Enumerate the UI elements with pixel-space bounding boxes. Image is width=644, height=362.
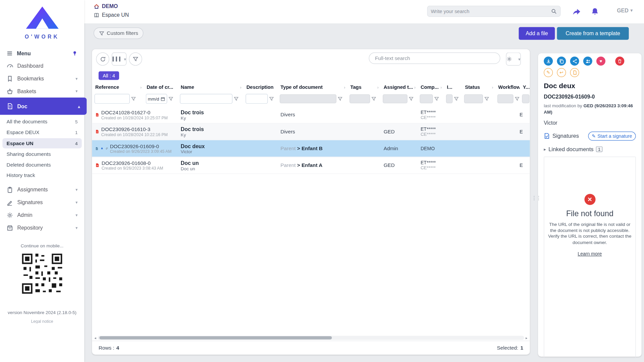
sidebar-item-history-track[interactable]: History track [0, 170, 84, 181]
calendar-icon [160, 97, 165, 101]
filter-date-input[interactable]: mm/d [146, 94, 167, 104]
column-header-date[interactable]: Date of cr... [143, 83, 177, 92]
sidebar-item-admin[interactable]: Admin ▾ [0, 209, 84, 222]
table-row-2[interactable]: DOC230926-01610-3 Created on 10/28/2024 … [92, 123, 530, 140]
funnel-icon[interactable] [131, 96, 136, 101]
table-settings-button[interactable]: ▾ [506, 53, 521, 66]
funnel-icon[interactable] [234, 96, 239, 101]
learn-more-link[interactable]: Learn more [578, 251, 602, 256]
refresh-button[interactable] [96, 53, 109, 66]
column-header-description[interactable]: Description [243, 83, 277, 92]
scroll-right-arrow[interactable]: ▸ [525, 336, 528, 340]
gear-icon [7, 212, 13, 219]
table-row-4[interactable]: DOC230926-01608-0 Created on 9/26/2023 3… [92, 157, 530, 174]
return-button[interactable]: ↩ [557, 68, 566, 77]
filter-i-select[interactable] [446, 94, 453, 103]
linked-documents-label: Linked documents [548, 146, 593, 152]
funnel-icon [99, 31, 104, 36]
table-filter-button[interactable] [129, 53, 142, 66]
sidebar-item-assignments[interactable]: Assignments ▾ [0, 183, 84, 196]
custom-filters-button[interactable]: Custom filters [94, 27, 144, 39]
filter-y-select[interactable] [522, 94, 529, 103]
column-header-i[interactable]: I... [443, 83, 462, 92]
add-file-button[interactable]: Add a file [519, 27, 555, 40]
funnel-icon[interactable] [338, 96, 343, 101]
filter-tag-all[interactable]: All : 4 [99, 71, 119, 80]
search-icon[interactable] [551, 8, 557, 14]
favorite-button[interactable]: ♥ [596, 57, 605, 66]
count-badge: 5 [75, 119, 78, 124]
column-header-reference[interactable]: Reference› [92, 83, 143, 92]
filter-status-select[interactable] [464, 94, 483, 103]
signatures-label: Signatures [552, 133, 579, 139]
delete-button[interactable] [615, 57, 624, 66]
filter-workflow-select[interactable] [497, 94, 514, 103]
download-button[interactable] [544, 57, 553, 66]
detail-title: Doc deux [544, 82, 636, 90]
legal-notice-link[interactable]: Legal notice [0, 319, 84, 323]
filter-description-input[interactable] [246, 94, 268, 104]
pin-icon[interactable] [72, 50, 77, 56]
sidebar-item-deleted-documents[interactable]: Deleted documents [0, 160, 84, 170]
funnel-icon[interactable] [484, 96, 489, 101]
copy-button[interactable] [557, 57, 566, 66]
funnel-icon[interactable] [269, 96, 274, 101]
table-row-3-selected[interactable]: DOC230926-01609-0 Created on 9/26/2023 3… [92, 140, 530, 157]
user-menu[interactable]: GED ▾ [617, 7, 633, 13]
column-header-name[interactable]: Name› [177, 83, 243, 92]
column-header-status[interactable]: Status› [462, 83, 495, 92]
sidebar-menu-toggle[interactable]: Menu [0, 47, 84, 60]
sidebar-item-sharing-documents[interactable]: Sharing documents [0, 149, 84, 160]
column-header-y[interactable]: Y... [520, 83, 530, 92]
linked-documents-toggle[interactable]: ▸ Linked documents 1 [544, 146, 636, 152]
sidebar-item-espace-deux[interactable]: Espace DEUX 1 [0, 127, 84, 138]
column-header-tags[interactable]: Tags› [347, 83, 380, 92]
sidebar-item-all-documents[interactable]: All the documents 5 [0, 116, 84, 127]
sidebar-item-dashboard[interactable]: Dashboard [0, 59, 84, 72]
sidebar-item-bookmarks[interactable]: Bookmarks ▾ [0, 72, 84, 85]
funnel-icon[interactable] [434, 96, 439, 101]
breadcrumb-app[interactable]: DEMO [94, 3, 129, 9]
breadcrumb-space[interactable]: Espace UN [94, 12, 129, 18]
columns-button[interactable]: ▾ [112, 53, 126, 66]
share-button[interactable] [570, 57, 579, 66]
funnel-icon[interactable] [409, 96, 414, 101]
funnel-icon[interactable] [168, 96, 173, 101]
sidebar-item-espace-un[interactable]: Espace UN 4 [2, 138, 82, 148]
share-button[interactable] [571, 6, 582, 17]
edit-button[interactable]: ✎ [544, 68, 553, 77]
scrollbar-thumb[interactable] [99, 336, 332, 340]
create-from-template-button[interactable]: Create from a template [557, 27, 629, 40]
last-modification: last modification by GED (9/26/2023 3:09… [544, 103, 636, 116]
column-header-assigned[interactable]: Assigned t...› [380, 83, 417, 92]
filter-type-select[interactable] [280, 94, 336, 103]
scrollbar-track[interactable] [98, 336, 524, 340]
filter-company-select[interactable] [420, 94, 433, 103]
rows-count: 4 [116, 345, 119, 351]
users-button[interactable] [583, 57, 592, 66]
column-header-workflow[interactable]: Workflow› [495, 83, 520, 92]
panel-resize-handle[interactable]: ⋮⋮ [532, 196, 541, 200]
global-search-input[interactable] [431, 8, 551, 14]
funnel-icon[interactable] [454, 96, 459, 101]
column-header-company[interactable]: Comp...› [417, 83, 443, 92]
notifications-button[interactable] [589, 6, 600, 17]
filter-tags-select[interactable] [350, 94, 370, 103]
sidebar-item-doc[interactable]: Doc ▴ [0, 98, 87, 115]
start-signature-button[interactable]: ✎ Start a signature [588, 131, 636, 140]
funnel-icon[interactable] [371, 96, 376, 101]
filter-name-input[interactable] [180, 94, 232, 104]
document-version-button[interactable] [570, 68, 579, 77]
fulltext-search-input[interactable] [369, 53, 500, 64]
sidebar-item-baskets[interactable]: Baskets ▾ [0, 85, 84, 98]
filter-reference-input[interactable] [95, 94, 130, 104]
heart-icon: ♥ [599, 59, 602, 64]
filter-assigned-select[interactable] [383, 94, 407, 103]
sidebar-item-repository[interactable]: Repository ▾ [0, 221, 84, 234]
scroll-left-arrow[interactable]: ◂ [94, 336, 97, 340]
sidebar-item-signatures[interactable]: Signatures ▾ [0, 196, 84, 209]
funnel-icon[interactable] [515, 96, 520, 101]
funnel-icon [133, 56, 139, 62]
table-row-1[interactable]: DOC241028-01627-0 Created on 10/28/2024 … [92, 107, 530, 123]
column-header-type[interactable]: Type of document› [277, 83, 347, 92]
